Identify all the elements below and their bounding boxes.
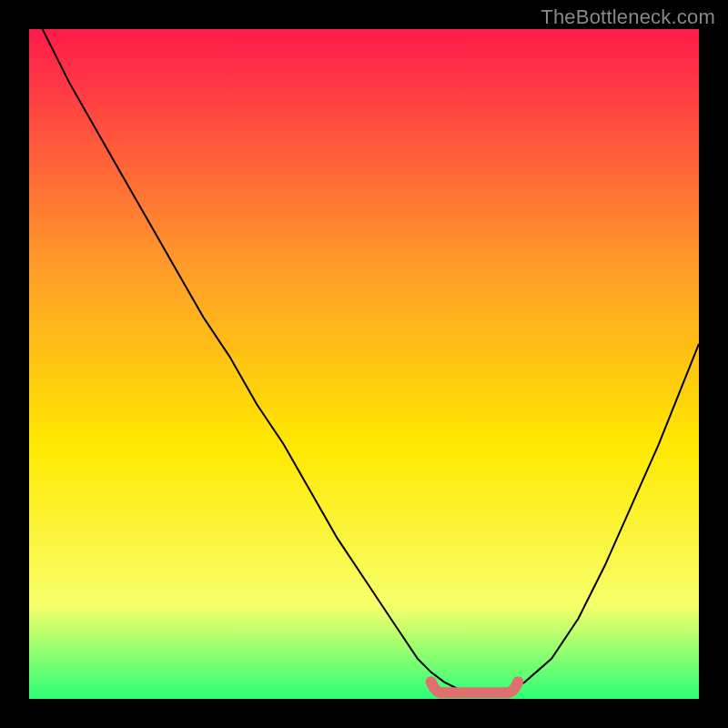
watermark-text: TheBottleneck.com <box>541 5 715 29</box>
chart-plot-area <box>29 29 699 699</box>
chart-outer: TheBottleneck.com <box>0 0 728 728</box>
chart-svg <box>29 29 699 699</box>
gradient-background <box>29 29 699 699</box>
